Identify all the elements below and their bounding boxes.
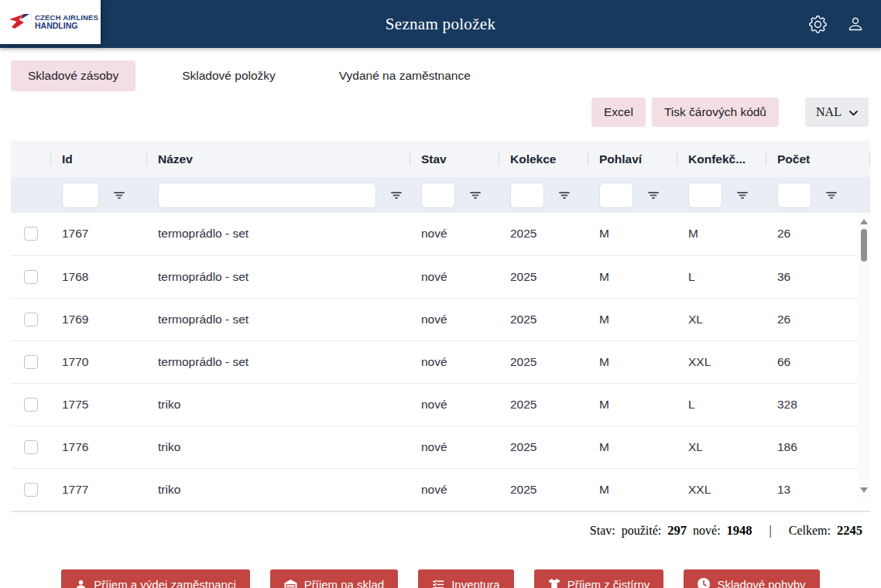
cell-pocet: 13 xyxy=(766,468,870,511)
cell-nazev: termoprádlo - set xyxy=(147,213,410,255)
cell-pocet: 186 xyxy=(766,426,870,468)
cell-kolekce: 2025 xyxy=(499,468,588,511)
cell-kolekce: 2025 xyxy=(499,213,588,255)
settings-gear-icon[interactable] xyxy=(809,15,827,33)
column-header-pohlavi[interactable]: Pohlaví xyxy=(588,141,677,177)
filter-input-pocet[interactable] xyxy=(777,183,811,208)
table-row[interactable]: 1777 triko nové 2025 M XXL 13 xyxy=(11,468,870,511)
cell-kolekce: 2025 xyxy=(499,426,588,468)
summary-line: Stav: použité: 297 nové: 1948 | Celkem: … xyxy=(0,523,862,538)
clock-icon xyxy=(698,578,710,588)
button-label: Příjem na sklad xyxy=(304,578,384,588)
table-row[interactable]: 1767 termoprádlo - set nové 2025 M M 26 xyxy=(11,213,870,255)
row-checkbox[interactable] xyxy=(24,270,38,284)
column-header-kolekce[interactable]: Kolekce xyxy=(499,141,588,177)
prijem-vydej-zamestnanci-button[interactable]: Příjem a výdej zaměstnanci xyxy=(61,569,249,588)
filter-icon-konfekcni[interactable] xyxy=(733,186,752,204)
table-row[interactable]: 1775 triko nové 2025 M L 328 xyxy=(11,383,870,426)
summary-stav-label: Stav: xyxy=(590,524,615,538)
tab-skladove-zasoby[interactable]: Skladové zásoby xyxy=(11,60,135,91)
cell-nazev: termoprádlo - set xyxy=(147,255,410,298)
user-profile-icon[interactable] xyxy=(847,15,864,32)
scrollbar-thumb[interactable] xyxy=(861,229,867,262)
filter-icon-pocet[interactable] xyxy=(822,186,841,204)
footer-action-bar: Příjem a výdej zaměstnanci Příjem na skl… xyxy=(0,569,881,588)
column-header-pocet[interactable]: Počet xyxy=(766,141,870,177)
row-checkbox[interactable] xyxy=(24,355,38,369)
checklist-icon xyxy=(432,579,444,588)
filter-input-id[interactable] xyxy=(62,183,99,208)
filter-input-pohlavi[interactable] xyxy=(599,183,633,208)
skladove-pohyby-button[interactable]: Skladové pohyby xyxy=(684,569,819,588)
row-checkbox[interactable] xyxy=(24,483,38,497)
cell-konfekcni: XL xyxy=(677,426,766,468)
column-header-konfekcni[interactable]: Konfekč... xyxy=(677,141,766,177)
cell-stav: nové xyxy=(410,213,499,255)
filter-input-nazev[interactable] xyxy=(158,183,376,208)
cell-pocet: 66 xyxy=(766,340,870,383)
column-header-id[interactable]: Id xyxy=(51,141,147,177)
person-icon xyxy=(75,579,87,588)
filter-checkbox-column xyxy=(11,177,51,213)
cell-pohlavi: M xyxy=(588,213,677,255)
button-label: Inventura xyxy=(451,578,500,588)
cell-konfekcni: XXL xyxy=(677,468,766,511)
tab-skladove-polozky[interactable]: Skladové položky xyxy=(165,60,293,91)
print-barcodes-button[interactable]: Tisk čárových kódů xyxy=(652,97,779,127)
prijem-na-sklad-button[interactable]: Příjem na sklad xyxy=(270,569,398,588)
cell-konfekcni: L xyxy=(677,255,766,298)
summary-pouzite-value: 297 xyxy=(667,523,687,538)
cell-id: 1770 xyxy=(51,340,147,383)
filter-input-kolekce[interactable] xyxy=(510,183,544,208)
filter-icon-pohlavi[interactable] xyxy=(644,186,663,204)
vertical-scrollbar[interactable] xyxy=(858,213,870,497)
cell-id: 1777 xyxy=(51,468,147,511)
prijem-z-cistirny-button[interactable]: Příjem z čistírny xyxy=(534,569,664,588)
cell-pohlavi: M xyxy=(588,255,677,298)
row-checkbox[interactable] xyxy=(24,227,38,241)
warehouse-select-value: NAL xyxy=(816,105,842,119)
button-label: Skladové pohyby xyxy=(717,578,805,588)
filter-input-stav[interactable] xyxy=(421,183,455,208)
table-row[interactable]: 1769 termoprádlo - set nové 2025 M XL 26 xyxy=(11,298,870,340)
summary-nove-label: nové: xyxy=(693,524,721,538)
filter-input-konfekcni[interactable] xyxy=(688,183,722,208)
company-logo: CZECH AIRLINES HANDLING xyxy=(0,0,101,44)
scroll-down-arrow-icon[interactable] xyxy=(860,487,868,493)
action-bar: Excel Tisk čárových kódů NAL xyxy=(0,97,869,127)
warehouse-select[interactable]: NAL xyxy=(805,97,869,127)
summary-pouzite-label: použité: xyxy=(622,524,662,538)
table-row[interactable]: 1776 triko nové 2025 M XL 186 xyxy=(11,426,870,468)
tab-vydane-na-zamestnance[interactable]: Vydané na zaměstnance xyxy=(322,60,488,91)
inventura-button[interactable]: Inventura xyxy=(418,569,514,588)
row-checkbox[interactable] xyxy=(24,440,38,454)
cell-nazev: termoprádlo - set xyxy=(147,298,410,340)
row-checkbox[interactable] xyxy=(24,398,38,412)
cell-nazev: triko xyxy=(147,383,410,426)
row-checkbox[interactable] xyxy=(24,313,38,326)
table-row[interactable]: 1768 termoprádlo - set nové 2025 M L 36 xyxy=(11,255,870,298)
cell-pocet: 26 xyxy=(766,298,870,340)
column-header-nazev[interactable]: Název xyxy=(147,141,410,177)
cell-pocet: 26 xyxy=(766,213,870,255)
table-row[interactable]: 1770 termoprádlo - set nové 2025 M XXL 6… xyxy=(11,340,870,383)
column-header-stav[interactable]: Stav xyxy=(410,141,499,177)
inventory-grid: Id Název Stav Kolekce Pohlaví Konfekč...… xyxy=(11,141,870,512)
cell-pohlavi: M xyxy=(588,340,677,383)
summary-nove-value: 1948 xyxy=(727,523,752,538)
cell-nazev: triko xyxy=(147,426,410,468)
filter-icon-nazev[interactable] xyxy=(387,186,406,204)
cell-konfekcni: L xyxy=(677,383,766,426)
excel-export-button[interactable]: Excel xyxy=(591,97,646,127)
tab-bar: Skladové zásoby Skladové položky Vydané … xyxy=(11,60,881,91)
summary-separator: | xyxy=(770,524,772,538)
scroll-up-arrow-icon[interactable] xyxy=(860,219,868,224)
cell-kolekce: 2025 xyxy=(499,383,588,426)
cell-pocet: 328 xyxy=(766,383,870,426)
cell-pohlavi: M xyxy=(588,426,677,468)
filter-icon-id[interactable] xyxy=(110,186,129,204)
cell-stav: nové xyxy=(410,383,499,426)
filter-icon-stav[interactable] xyxy=(466,186,485,204)
warehouse-icon xyxy=(284,579,297,588)
filter-icon-kolekce[interactable] xyxy=(555,186,574,204)
